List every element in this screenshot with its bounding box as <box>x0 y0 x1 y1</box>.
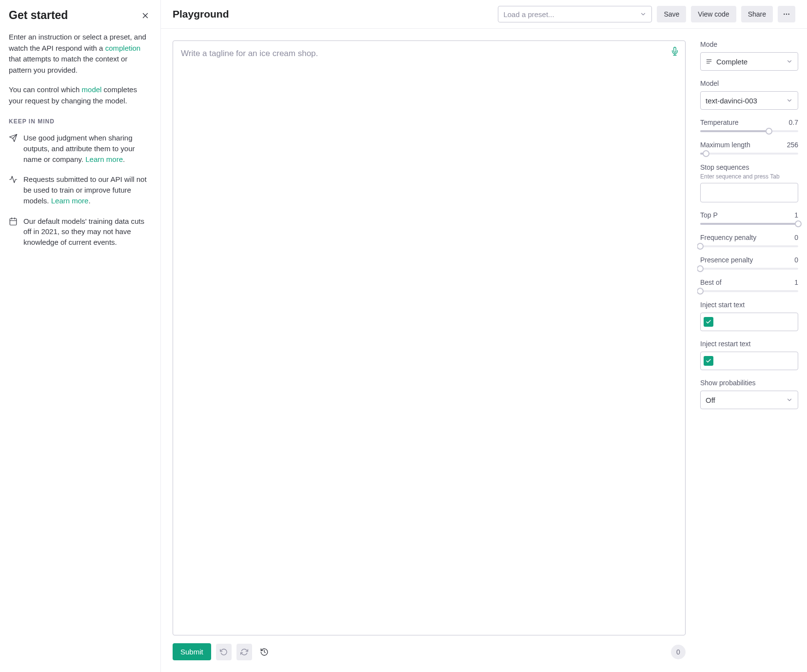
intro-paragraph-1: Enter an instruction or select a preset,… <box>9 32 152 76</box>
page-title: Playground <box>173 8 229 20</box>
completion-link[interactable]: completion <box>105 44 141 52</box>
svg-rect-2 <box>10 218 17 225</box>
list-item: Use good judgment when sharing outputs, … <box>9 133 152 164</box>
share-button[interactable]: Share <box>741 6 773 22</box>
chevron-down-icon <box>640 11 647 18</box>
refresh-icon <box>240 648 248 656</box>
mode-select[interactable]: Complete <box>700 52 798 71</box>
topp-value: 1 <box>794 211 798 219</box>
stop-label: Stop sequences <box>700 163 798 171</box>
model-label: Model <box>700 79 798 87</box>
save-button[interactable]: Save <box>657 6 686 22</box>
topp-slider[interactable] <box>700 223 798 225</box>
stop-input[interactable] <box>700 183 798 202</box>
undo-button[interactable] <box>216 644 232 660</box>
preset-placeholder: Load a preset... <box>503 10 554 19</box>
check-icon <box>706 319 711 325</box>
check-icon <box>706 358 711 364</box>
chevron-down-icon <box>786 58 793 65</box>
submit-button[interactable]: Submit <box>173 643 211 660</box>
history-button[interactable] <box>257 645 272 659</box>
complete-mode-icon <box>706 58 712 65</box>
settings-panel: Mode Complete Model text-davinci-003 <box>697 29 807 672</box>
bestof-value: 1 <box>794 278 798 286</box>
token-count-badge: 0 <box>671 645 686 659</box>
learn-more-link[interactable]: Learn more <box>85 155 123 163</box>
history-icon <box>260 648 269 656</box>
stop-caption: Enter sequence and press Tab <box>700 173 798 180</box>
top-bar: Playground Load a preset... Save View co… <box>161 0 807 29</box>
inject-restart-checkbox[interactable] <box>704 356 713 366</box>
svg-point-6 <box>784 14 785 15</box>
intro-paragraph-2: You can control which model completes yo… <box>9 84 152 106</box>
prompt-editor[interactable]: Write a tagline for an ice cream shop. <box>173 40 686 635</box>
undo-icon <box>220 648 228 656</box>
maxlen-label: Maximum length <box>700 141 750 149</box>
maxlen-slider[interactable] <box>700 153 798 155</box>
pres-value: 0 <box>794 256 798 264</box>
learn-more-link[interactable]: Learn more <box>51 197 89 205</box>
inject-start-input[interactable] <box>700 313 798 331</box>
pres-slider[interactable] <box>700 268 798 270</box>
model-select[interactable]: text-davinci-003 <box>700 91 798 110</box>
inject-start-label: Inject start text <box>700 301 798 309</box>
close-icon <box>141 11 150 20</box>
microphone-icon <box>670 47 679 56</box>
get-started-sidebar: Get started Enter an instruction or sele… <box>0 0 161 672</box>
chevron-down-icon <box>786 97 793 104</box>
topp-label: Top P <box>700 211 718 219</box>
editor-placeholder: Write a tagline for an ice cream shop. <box>181 49 318 58</box>
list-item: Requests submitted to our API will not b… <box>9 174 152 206</box>
temperature-label: Temperature <box>700 119 739 126</box>
freq-slider[interactable] <box>700 245 798 247</box>
maxlen-value: 256 <box>787 141 798 149</box>
inject-restart-input[interactable] <box>700 352 798 370</box>
inject-restart-label: Inject restart text <box>700 340 798 348</box>
showprob-label: Show probabilities <box>700 379 798 387</box>
chevron-down-icon <box>786 396 793 403</box>
close-button[interactable] <box>139 9 152 22</box>
activity-icon <box>9 175 18 206</box>
bestof-label: Best of <box>700 278 722 286</box>
ellipsis-icon <box>783 10 790 18</box>
list-item: Our default models' training data cuts o… <box>9 216 152 248</box>
svg-point-7 <box>786 14 787 15</box>
freq-value: 0 <box>794 234 798 241</box>
send-icon <box>9 134 18 164</box>
mode-label: Mode <box>700 40 798 48</box>
keep-in-mind-heading: KEEP IN MIND <box>9 118 152 125</box>
bottom-bar: Submit 0 <box>173 643 686 660</box>
view-code-button[interactable]: View code <box>691 6 736 22</box>
model-link[interactable]: model <box>82 85 102 94</box>
inject-start-checkbox[interactable] <box>704 317 713 327</box>
bestof-slider[interactable] <box>700 290 798 292</box>
svg-point-8 <box>788 14 789 15</box>
freq-label: Frequency penalty <box>700 234 756 241</box>
temperature-slider[interactable] <box>700 130 798 132</box>
calendar-icon <box>9 217 18 248</box>
regenerate-button[interactable] <box>236 644 252 660</box>
showprob-select[interactable]: Off <box>700 391 798 409</box>
sidebar-title: Get started <box>9 9 68 22</box>
temperature-value: 0.7 <box>789 119 798 126</box>
pres-label: Presence penalty <box>700 256 753 264</box>
preset-select[interactable]: Load a preset... <box>498 6 652 22</box>
main-content: Playground Load a preset... Save View co… <box>161 0 807 672</box>
more-button[interactable] <box>778 6 795 22</box>
microphone-button[interactable] <box>670 47 679 56</box>
